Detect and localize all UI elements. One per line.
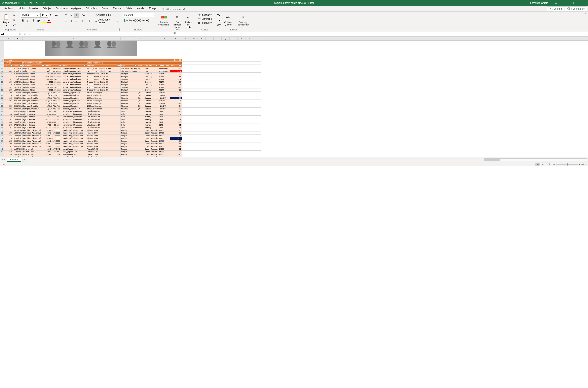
cell-postal[interactable]: 14300: [158, 156, 170, 157]
cell-country[interactable]: Czech Republic: [144, 140, 158, 143]
find-select-button[interactable]: 🔍Buscar y seleccionar: [235, 13, 251, 27]
cell-date[interactable]: 12/03/2010: [13, 132, 23, 135]
cell-city[interactable]: Prague: [120, 135, 137, 137]
cell-id[interactable]: 317: [4, 102, 13, 105]
tab-fórmulas[interactable]: Fórmulas: [84, 6, 99, 11]
cell-country[interactable]: Czech Republic: [144, 153, 158, 156]
cell-email[interactable]: hholy@gmail.com: [62, 153, 86, 156]
cell-city[interactable]: Oslo: [120, 121, 137, 124]
cell[interactable]: [182, 67, 261, 70]
cell-postal[interactable]: 12227-000: [158, 70, 170, 73]
row-header[interactable]: 1: [0, 41, 4, 56]
cell-total[interactable]: 1,98: [170, 99, 182, 102]
cell-id[interactable]: 198: [4, 153, 13, 156]
cell-country[interactable]: Germany: [144, 81, 158, 84]
cell-address[interactable]: 1498 rue Bélanger: [86, 102, 120, 105]
cell-city[interactable]: Prague: [120, 132, 137, 135]
cell-email[interactable]: bjorn.hansen@yahoo.no: [62, 116, 86, 118]
column-header-L[interactable]: L: [182, 37, 190, 40]
cell-country[interactable]: Canada: [144, 94, 158, 97]
row-header[interactable]: 36: [0, 135, 4, 137]
collapse-ribbon-icon[interactable]: ⌃: [582, 12, 588, 32]
accounting-icon[interactable]: 💲▾: [123, 18, 128, 23]
cell-phone[interactable]: +47 22 44 22 22: [45, 110, 62, 113]
zoom-level[interactable]: 68 %: [581, 163, 587, 166]
cancel-formula-icon[interactable]: ✕: [17, 33, 22, 35]
cell[interactable]: [182, 108, 261, 110]
cell-id[interactable]: 361: [4, 145, 13, 148]
cell-email[interactable]: bjorn.hansen@yahoo.no: [62, 124, 86, 126]
cell[interactable]: [182, 110, 261, 113]
cell-date[interactable]: 19/05/2011: [13, 81, 23, 84]
cell-email[interactable]: ftremblay@gmail.com: [62, 92, 86, 94]
cell-total[interactable]: 13,86: [170, 67, 182, 70]
cell-email[interactable]: frantisekw@jetbrains.com: [62, 135, 86, 137]
cell-country[interactable]: Canada: [144, 99, 158, 102]
cell-postal[interactable]: H2G 1A7: [158, 97, 170, 100]
cell-date[interactable]: 03/10/2013: [13, 126, 23, 129]
column-header-U[interactable]: U: [253, 37, 261, 40]
cell-address[interactable]: Klanova 9/506: [86, 145, 120, 148]
cell-state[interactable]: [137, 89, 144, 92]
cell-address[interactable]: Theodor-Heuss-Straße 34: [86, 81, 120, 84]
cell-state[interactable]: [137, 110, 144, 113]
zoom-in-icon[interactable]: +: [579, 163, 580, 166]
cell-customer[interactable]: François, Tremblay: [23, 102, 45, 105]
cell-state[interactable]: [137, 129, 144, 132]
cell-id[interactable]: 294: [4, 99, 13, 102]
section-customer[interactable]: Customer information: [23, 62, 86, 65]
cell-address[interactable]: Ullevålsveien 14: [86, 124, 120, 126]
row-header[interactable]: 5: [0, 65, 4, 67]
align-middle-icon[interactable]: ≡: [69, 13, 74, 18]
cell-date[interactable]: 06/05/2013: [13, 145, 23, 148]
cell[interactable]: [182, 92, 261, 94]
cell-postal[interactable]: 14700: [158, 145, 170, 148]
align-left-icon[interactable]: ☰: [64, 19, 69, 23]
format-painter-icon[interactable]: 🖌: [12, 23, 17, 27]
cell-phone[interactable]: +420 2 4177 0449: [45, 148, 62, 151]
normal-view-icon[interactable]: ▦: [535, 163, 540, 166]
row-header[interactable]: 40: [0, 145, 4, 148]
cell-email[interactable]: ftremblay@gmail.com: [62, 97, 86, 100]
column-header-F[interactable]: F: [86, 37, 120, 40]
cell-postal[interactable]: 14700: [158, 135, 170, 137]
insert-cells-button[interactable]: ➕Insertar▾: [196, 13, 213, 17]
cell[interactable]: [182, 143, 261, 145]
close-icon[interactable]: ✕: [579, 0, 588, 6]
cell-id[interactable]: 122: [4, 135, 13, 137]
cell-city[interactable]: Prague: [120, 151, 137, 153]
cell-phone[interactable]: +49 0711 2842222: [45, 86, 62, 89]
cell-email[interactable]: bjorn.hansen@yahoo.no: [62, 126, 86, 129]
cell-state[interactable]: QC: [137, 99, 144, 102]
cell-email[interactable]: luisg@embraer.com.br: [62, 67, 86, 70]
cell-id[interactable]: 339: [4, 105, 13, 108]
tab-equipo[interactable]: Equipo: [147, 6, 159, 11]
cell-date[interactable]: 20/09/2013: [13, 108, 23, 110]
cell-email[interactable]: leonekohler@surfeu.de: [62, 78, 86, 81]
cell-state[interactable]: [137, 78, 144, 81]
cell-email[interactable]: frantisekw@jetbrains.com: [62, 132, 86, 135]
paste-button[interactable]: Pegar▾: [1, 13, 11, 27]
cell-country[interactable]: Canada: [144, 97, 158, 100]
cell-state[interactable]: [137, 140, 144, 143]
cell-address[interactable]: Av. Brigadeiro Faria Lima, 2170: [86, 67, 120, 70]
cell-email[interactable]: frantisekw@jetbrains.com: [62, 145, 86, 148]
column-header-D[interactable]: D: [45, 37, 62, 40]
cell-country[interactable]: Norway: [144, 110, 158, 113]
filter-dropdown-icon[interactable]: ▾: [20, 65, 22, 67]
cell-email[interactable]: bjorn.hansen@yahoo.no: [62, 110, 86, 113]
cell-email[interactable]: leonekohler@surfeu.de: [62, 89, 86, 92]
cell-email[interactable]: leonekohler@surfeu.de: [62, 86, 86, 89]
cell[interactable]: [182, 116, 261, 118]
tell-me[interactable]: 🔍 ¿Qué desea hacer?: [160, 7, 188, 11]
cell-email[interactable]: hholy@gmail.com: [62, 151, 86, 153]
cell-city[interactable]: Stuttgart: [120, 73, 137, 75]
cell-date[interactable]: 05/09/2012: [13, 143, 23, 145]
cell-customer[interactable]: Bjørn, Hansen: [23, 126, 45, 129]
cell-postal[interactable]: 0171: [158, 113, 170, 116]
cell-date[interactable]: 02/01/2009: [13, 110, 23, 113]
cell-date[interactable]: 23/11/2011: [13, 86, 23, 89]
align-right-icon[interactable]: ☰: [74, 19, 79, 23]
cell-date[interactable]: 02/02/2011: [13, 137, 23, 140]
cell-postal[interactable]: 14700: [158, 140, 170, 143]
